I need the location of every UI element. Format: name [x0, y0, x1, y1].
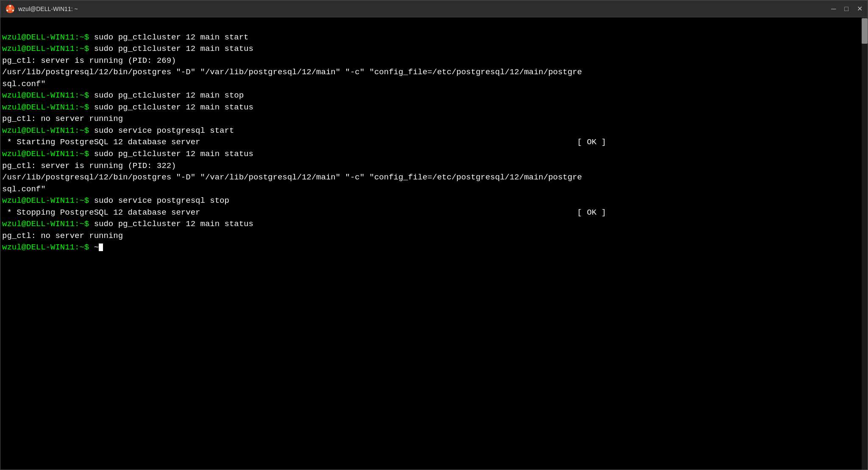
prompt-5: wzul@DELL-WIN11:~$ [2, 126, 94, 135]
output-5: * Starting PostgreSQL 12 database server [2, 137, 577, 147]
minimize-button[interactable]: ─ [831, 6, 836, 12]
window-title: wzul@DELL-WIN11: ~ [18, 6, 78, 12]
cmd-6: sudo pg_ctlcluster 12 main status [94, 149, 253, 159]
terminal-cursor [99, 243, 103, 251]
close-button[interactable]: ✕ [857, 6, 862, 12]
prompt-4: wzul@DELL-WIN11:~$ [2, 103, 94, 112]
output-7: /usr/lib/postgresql/12/bin/postgres "-D"… [2, 173, 582, 182]
cmd-3: sudo pg_ctlcluster 12 main stop [94, 91, 244, 100]
prompt-3: wzul@DELL-WIN11:~$ [2, 91, 94, 100]
terminal-output: wzul@DELL-WIN11:~$ sudo pg_ctlcluster 12… [2, 20, 866, 265]
titlebar: wzul@DELL-WIN11: ~ ─ □ ✕ [0, 0, 868, 17]
titlebar-left: wzul@DELL-WIN11: ~ [6, 4, 78, 14]
ok-badge-1: [ OK ] [577, 137, 606, 147]
svg-point-2 [9, 5, 11, 7]
svg-point-1 [8, 7, 11, 10]
cmd-4: sudo pg_ctlcluster 12 main status [94, 103, 253, 112]
current-cmd: ~ [94, 243, 99, 252]
scrollbar-thumb[interactable] [862, 18, 868, 44]
prompt-9: wzul@DELL-WIN11:~$ [2, 243, 94, 252]
terminal-area[interactable]: wzul@DELL-WIN11:~$ sudo pg_ctlcluster 12… [0, 17, 868, 470]
prompt-8: wzul@DELL-WIN11:~$ [2, 219, 94, 229]
ok-badge-2: [ OK ] [577, 208, 606, 217]
svg-point-4 [6, 9, 8, 11]
scrollbar[interactable] [862, 17, 868, 470]
output-10: pg_ctl: no server running [2, 231, 123, 241]
output-4: pg_ctl: no server running [2, 114, 123, 123]
cmd-1: sudo pg_ctlcluster 12 main start [94, 33, 249, 42]
output-3: sql.conf" [2, 79, 46, 89]
cmd-8: sudo pg_ctlcluster 12 main status [94, 219, 253, 229]
prompt-6: wzul@DELL-WIN11:~$ [2, 149, 94, 159]
output-2: /usr/lib/postgresql/12/bin/postgres "-D"… [2, 67, 582, 77]
svg-point-3 [12, 9, 14, 11]
terminal-window: wzul@DELL-WIN11: ~ ─ □ ✕ wzul@DELL-WIN11… [0, 0, 868, 470]
titlebar-controls: ─ □ ✕ [831, 6, 862, 12]
output-9: * Stopping PostgreSQL 12 database server [2, 208, 577, 217]
output-1: pg_ctl: server is running (PID: 269) [2, 56, 176, 65]
cmd-2: sudo pg_ctlcluster 12 main status [94, 44, 253, 53]
cmd-5: sudo service postgresql start [94, 126, 234, 135]
output-8: sql.conf" [2, 185, 46, 194]
output-6: pg_ctl: server is running (PID: 322) [2, 161, 176, 171]
ubuntu-logo-icon [6, 4, 15, 14]
cmd-7: sudo service postgresql stop [94, 196, 229, 205]
prompt-1: wzul@DELL-WIN11:~$ [2, 33, 94, 42]
prompt-7: wzul@DELL-WIN11:~$ [2, 196, 94, 205]
maximize-button[interactable]: □ [844, 6, 849, 12]
prompt-2: wzul@DELL-WIN11:~$ [2, 44, 94, 53]
